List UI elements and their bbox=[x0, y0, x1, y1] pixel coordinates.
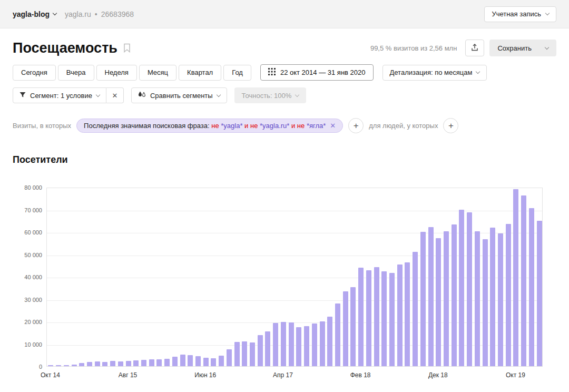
chart-bar[interactable] bbox=[397, 264, 403, 366]
chart-bar[interactable] bbox=[180, 355, 185, 366]
compare-segments-button[interactable]: Сравнить сегменты bbox=[131, 87, 227, 103]
account-button[interactable]: Учетная запись bbox=[484, 6, 556, 22]
chart-bar[interactable] bbox=[320, 321, 325, 366]
chart-bar[interactable] bbox=[273, 323, 278, 366]
chart-bar[interactable] bbox=[366, 270, 371, 366]
gridline bbox=[47, 211, 542, 211]
segment-clear-button[interactable]: ✕ bbox=[106, 87, 124, 103]
chart-bar[interactable] bbox=[95, 361, 100, 366]
chart-bar[interactable] bbox=[219, 356, 224, 366]
chart-bar[interactable] bbox=[242, 341, 247, 366]
chart-bar[interactable] bbox=[490, 228, 495, 366]
chart-bar[interactable] bbox=[265, 331, 270, 366]
chart-bar[interactable] bbox=[444, 231, 449, 366]
accuracy-dropdown[interactable]: Точность: 100% bbox=[234, 87, 307, 103]
title-row: Посещаемость 99,5 % визитов из 2,56 млн … bbox=[13, 38, 556, 58]
chart-bar[interactable] bbox=[358, 268, 364, 366]
topbar: yagla-blog yagla.ru • 26683968 Учетная з… bbox=[0, 0, 569, 28]
period-tab-2[interactable]: Неделя bbox=[96, 65, 137, 81]
chart-bar[interactable] bbox=[141, 360, 146, 366]
chart-bar[interactable] bbox=[304, 326, 309, 366]
chart-bar[interactable] bbox=[56, 365, 61, 366]
chart-bar[interactable] bbox=[529, 208, 534, 366]
chart-bar[interactable] bbox=[281, 322, 286, 366]
chart-bar[interactable] bbox=[72, 365, 77, 366]
chart-bar[interactable] bbox=[428, 227, 434, 366]
chart-bar[interactable] bbox=[381, 271, 387, 366]
chart-bar[interactable] bbox=[350, 287, 356, 366]
chart-bar[interactable] bbox=[188, 355, 193, 366]
chart-bar[interactable] bbox=[227, 349, 232, 366]
chart-bar[interactable] bbox=[467, 212, 472, 366]
segment-label: Сегмент: 1 условие bbox=[30, 92, 92, 100]
separator-dot: • bbox=[95, 10, 97, 18]
chart-bar[interactable] bbox=[327, 317, 332, 366]
chart-bar[interactable] bbox=[436, 238, 441, 366]
chart-bar[interactable] bbox=[118, 361, 123, 366]
y-axis-tick-label: 50 000 bbox=[13, 252, 42, 258]
chart-bar[interactable] bbox=[296, 327, 301, 366]
counter-switcher[interactable]: yagla-blog bbox=[13, 10, 56, 18]
chart-bar[interactable] bbox=[389, 273, 395, 366]
chart-bar[interactable] bbox=[79, 363, 84, 366]
period-tab-5[interactable]: Год bbox=[223, 65, 251, 81]
compare-segments-label: Сравнить сегменты bbox=[150, 92, 213, 100]
chart-bar[interactable] bbox=[156, 359, 162, 366]
chart-bar[interactable] bbox=[483, 239, 488, 366]
chart-bar[interactable] bbox=[172, 357, 178, 366]
segment-button[interactable]: Сегмент: 1 условие bbox=[13, 87, 106, 103]
y-axis-tick-label: 30 000 bbox=[13, 297, 42, 303]
chart-bar[interactable] bbox=[475, 231, 480, 366]
chart-bar[interactable] bbox=[203, 358, 209, 366]
remove-condition-icon[interactable]: ✕ bbox=[330, 122, 336, 130]
chart-bar[interactable] bbox=[452, 224, 457, 366]
period-tab-4[interactable]: Квартал bbox=[179, 65, 221, 81]
period-tab-3[interactable]: Месяц bbox=[139, 65, 176, 81]
chart-bar[interactable] bbox=[374, 267, 379, 366]
chart-bar[interactable] bbox=[537, 221, 542, 366]
period-tab-1[interactable]: Вчера bbox=[58, 65, 94, 81]
main-content: Посещаемость 99,5 % визитов из 2,56 млн … bbox=[0, 38, 569, 384]
x-axis-tick-label: Окт 14 bbox=[41, 371, 60, 379]
x-axis-tick-label: Фев 18 bbox=[350, 371, 371, 379]
detail-dropdown[interactable]: Детализация: по месяцам bbox=[382, 65, 487, 81]
chart-bar[interactable] bbox=[133, 360, 139, 366]
condition-part-red: не bbox=[211, 122, 219, 130]
chart-bar[interactable] bbox=[498, 233, 503, 366]
chart-bar[interactable] bbox=[48, 365, 53, 366]
chart-bar[interactable] bbox=[110, 361, 115, 366]
chart-bar[interactable] bbox=[64, 365, 69, 366]
chart-bar[interactable] bbox=[312, 324, 317, 366]
segment-row: Сегмент: 1 условие ✕ Сравнить сегменты Т… bbox=[13, 87, 556, 103]
save-button[interactable]: Сохранить bbox=[489, 40, 556, 56]
chart-bar[interactable] bbox=[149, 359, 154, 366]
chart-bar[interactable] bbox=[211, 358, 216, 366]
chart-bar[interactable] bbox=[87, 362, 92, 366]
chart-bar[interactable] bbox=[164, 359, 170, 366]
chart-bar[interactable] bbox=[413, 252, 418, 366]
segment-condition-pill[interactable]: Последняя значимая поисковая фраза: не *… bbox=[76, 119, 343, 133]
chart-bar[interactable] bbox=[234, 342, 240, 366]
chart-bar[interactable] bbox=[459, 210, 464, 367]
chart-bar[interactable] bbox=[506, 224, 511, 366]
chart-bar[interactable] bbox=[420, 232, 426, 366]
chart-bar[interactable] bbox=[289, 322, 294, 366]
chart-bar[interactable] bbox=[258, 335, 263, 366]
chevron-down-icon bbox=[545, 11, 550, 15]
bookmark-icon[interactable] bbox=[123, 43, 131, 55]
chart-bar[interactable] bbox=[513, 189, 518, 366]
chart-bar[interactable] bbox=[250, 342, 255, 366]
period-tab-0[interactable]: Сегодня bbox=[13, 65, 56, 81]
add-visit-condition-button[interactable]: + bbox=[348, 118, 364, 133]
chart-bar[interactable] bbox=[126, 361, 131, 366]
add-people-condition-button[interactable]: + bbox=[443, 118, 458, 133]
chart-bar[interactable] bbox=[195, 356, 201, 366]
chart-bar[interactable] bbox=[405, 262, 410, 366]
chart-bar[interactable] bbox=[102, 362, 107, 366]
condition-part-red: и не bbox=[291, 122, 305, 130]
chart-bar[interactable] bbox=[335, 303, 340, 366]
chart-bar[interactable] bbox=[521, 195, 526, 366]
date-range-button[interactable]: 22 окт 2014 — 31 янв 2020 bbox=[260, 64, 374, 81]
chart-bar[interactable] bbox=[343, 291, 348, 366]
export-button[interactable] bbox=[465, 40, 484, 56]
